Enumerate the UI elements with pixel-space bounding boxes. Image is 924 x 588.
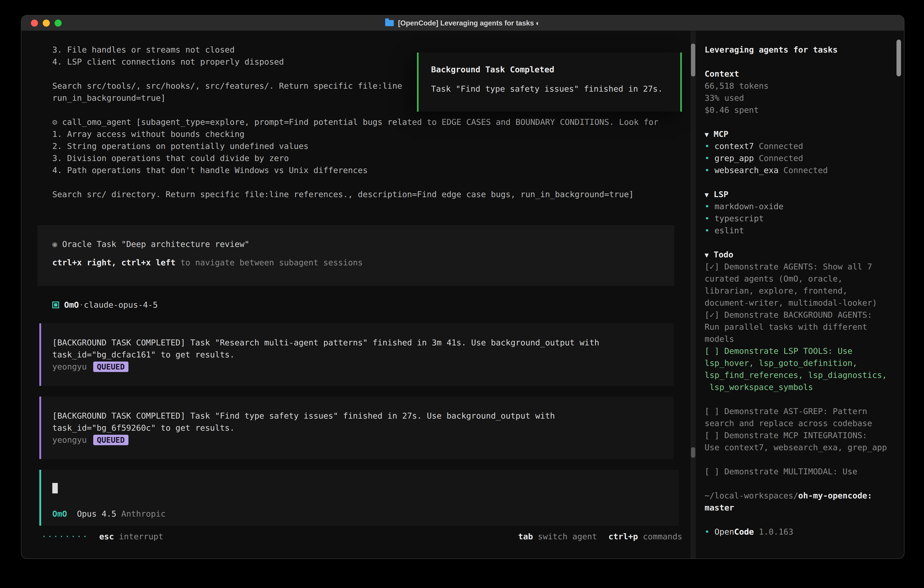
agent-header: OmO · claude-opus-4-5 <box>52 299 696 311</box>
bullet-icon: • <box>705 226 710 235</box>
todo-line: librarian, explore, frontend, <box>705 285 897 297</box>
minimize-button[interactable] <box>43 20 50 26</box>
tool-call-line <box>21 176 696 188</box>
todo-line: lsp_hover, lsp_goto_definition, <box>705 357 897 369</box>
titlebar: [OpenCode] Leveraging agents for tasks ◐ <box>21 15 904 31</box>
todo-line: curated agents (OmO, oracle, <box>705 273 897 285</box>
gear-icon: ⚙ <box>52 117 57 127</box>
workspace-path-row: ~/local-workspaces/oh-my-opencode: <box>705 489 897 502</box>
notification-title: Background Task Completed <box>431 63 680 76</box>
lsp-section-heading[interactable]: ▼ LSP <box>705 188 897 200</box>
record-icon: ◉ <box>52 239 57 249</box>
brand-open: Open <box>714 527 734 537</box>
sidebar: Leveraging agents for tasks Context 66,5… <box>696 31 904 558</box>
tool-call-line: 4. Path operations that don't handle Win… <box>21 164 696 176</box>
tool-call-line: ⚙ call_omo_agent [subagent_type=explore,… <box>21 116 696 128</box>
workspace-repo: oh-my-opencode: <box>798 491 872 500</box>
lsp-heading-label: LSP <box>714 190 728 199</box>
context-used: 33% used <box>705 92 897 104</box>
main-scrollbar[interactable] <box>690 31 696 558</box>
task-text-line: task_id="bg_dcfac161" to get results. <box>52 349 674 361</box>
todo-line: [ ] Demonstrate LSP TOOLS: Use <box>705 345 897 357</box>
todo-item: [✓] Demonstrate AGENTS: Show all 7 curat… <box>705 261 897 309</box>
mcp-item: • grep_app Connected <box>705 152 897 164</box>
workspace-branch: master <box>705 502 897 514</box>
commands-hint: ctrl+p commands <box>609 530 682 543</box>
lsp-item-name: markdown-oxide <box>714 202 783 211</box>
agent-model: claude-opus-4-5 <box>84 299 158 311</box>
todo-line: Use context7, websearch_exa, grep_app <box>705 441 897 453</box>
lsp-item: • eslint <box>705 225 897 236</box>
maximize-button[interactable] <box>54 20 62 26</box>
tool-call-line: 1. Array access without bounds checking <box>21 128 696 140</box>
mcp-section-heading[interactable]: ▼ MCP <box>705 128 897 140</box>
task-text-line: [BACKGROUND TASK COMPLETED] Task "Find t… <box>52 410 674 422</box>
scrollbar-thumb[interactable] <box>691 447 695 458</box>
mcp-item-name: grep_app <box>714 154 754 163</box>
sidebar-scrollbar[interactable] <box>896 40 901 76</box>
mcp-item-name: context7 <box>714 141 754 151</box>
separator-dot: · <box>79 299 84 311</box>
todo-line: lsp_find_references, lsp_diagnostics, <box>705 369 897 381</box>
queued-badge: QUEUED <box>93 362 129 372</box>
task-meta-row: yeongyuQUEUED <box>52 361 674 373</box>
chat-pane: 3. File handles or streams not closed 4.… <box>21 31 696 558</box>
input-provider-label: Anthropic <box>121 509 165 519</box>
todo-item: [ ] Demonstrate MCP INTEGRATIONS: Use co… <box>705 429 897 453</box>
todo-item: [ ] Demonstrate MULTIMODAL: Use <box>705 466 897 477</box>
scrollbar-thumb[interactable] <box>691 44 695 76</box>
tab-hint: tab switch agent <box>518 530 597 543</box>
todo-section-heading[interactable]: ▼ Todo <box>705 249 897 261</box>
esc-key-label <box>114 530 119 543</box>
todo-line: models <box>705 333 897 345</box>
oracle-task-title: Oracle Task "Deep architecture review" <box>62 239 249 249</box>
todo-line: lsp_workspace_symbols <box>705 381 897 393</box>
notification-body: Task "Find type safety issues" finished … <box>431 83 680 95</box>
context-spent: $0.46 spent <box>705 104 897 116</box>
mcp-item-status: Connected <box>759 154 803 163</box>
task-author: yeongyu <box>52 435 87 444</box>
chevron-down-icon: ▼ <box>705 130 709 139</box>
opencode-version-row: • OpenCode 1.0.163 <box>705 526 897 538</box>
todo-item: [✓] Demonstrate BACKGROUND AGENTS: Run p… <box>705 309 897 345</box>
version-number: 1.0.163 <box>759 527 793 537</box>
todo-item: [ ] Demonstrate LSP TOOLS: Use lsp_hover… <box>705 345 897 393</box>
mcp-item-status: Connected <box>759 141 803 151</box>
task-author: yeongyu <box>52 362 87 371</box>
queued-badge: QUEUED <box>93 435 129 445</box>
status-bar-right: tab switch agentctrl+p commands <box>518 530 682 543</box>
chevron-down-icon: ▼ <box>705 251 709 259</box>
notification-toast: Background Task Completed Task "Find typ… <box>417 53 682 112</box>
todo-line: [✓] Demonstrate AGENTS: Show all 7 <box>705 261 897 273</box>
lsp-item-name: eslint <box>714 226 744 235</box>
brand-code: Code <box>734 527 754 537</box>
esc-key-hint: esc <box>99 530 114 543</box>
todo-item: [ ] Demonstrate AST-GREP: Pattern search… <box>705 405 897 429</box>
context-heading: Context <box>705 68 897 80</box>
spinner-dots: ········ <box>41 530 88 543</box>
agent-square-icon <box>52 302 59 308</box>
hint-text: to navigate between subagent sessions <box>175 258 363 267</box>
mcp-item: • websearch_exa Connected <box>705 164 897 176</box>
input-cursor-row <box>52 482 679 494</box>
task-text-line: [BACKGROUND TASK COMPLETED] Task "Resear… <box>52 337 674 349</box>
task-card: [BACKGROUND TASK COMPLETED] Task "Resear… <box>40 323 674 386</box>
tab-key: tab <box>518 532 533 541</box>
bullet-icon: • <box>705 165 710 175</box>
context-tokens: 66,518 tokens <box>705 80 897 92</box>
todo-line: [ ] Demonstrate AST-GREP: Pattern <box>705 405 897 417</box>
hint-keys: ctrl+x right, ctrl+x left <box>52 258 175 267</box>
switch-agent-label: switch agent <box>538 532 597 541</box>
bullet-icon: • <box>705 214 710 223</box>
interrupt-label: interrupt <box>119 530 163 543</box>
window-title-area: [OpenCode] Leveraging agents for tasks ◐ <box>21 19 904 27</box>
mcp-item-name: websearch_exa <box>714 165 779 175</box>
todo-line: [ ] Demonstrate MCP INTEGRATIONS: <box>705 429 897 441</box>
mcp-item-status: Connected <box>784 165 828 175</box>
close-button[interactable] <box>31 20 38 26</box>
commands-label: commands <box>643 532 682 541</box>
prompt-input[interactable]: OmO Opus 4.5 Anthropic <box>40 470 679 526</box>
todo-line: Run parallel tasks with different <box>705 321 897 333</box>
workspace-path: ~/local-workspaces/ <box>705 491 798 500</box>
lsp-item: • markdown-oxide <box>705 200 897 212</box>
